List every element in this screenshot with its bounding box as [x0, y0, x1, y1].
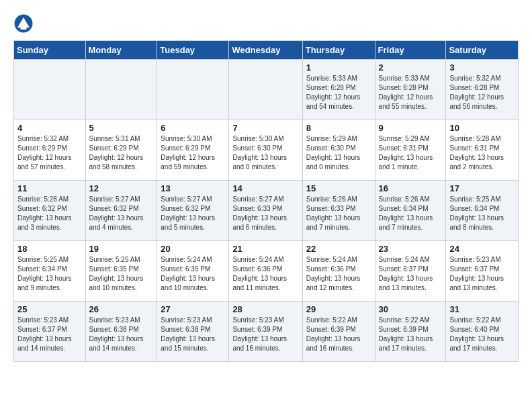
- day-cell: [14, 60, 86, 120]
- day-number: 15: [306, 183, 371, 193]
- day-cell: 25Sunrise: 5:23 AM Sunset: 6:37 PM Dayli…: [14, 302, 86, 362]
- calendar-table: SundayMondayTuesdayWednesdayThursdayFrid…: [13, 40, 519, 362]
- day-cell: 4Sunrise: 5:32 AM Sunset: 6:29 PM Daylig…: [14, 120, 86, 181]
- day-info: Sunrise: 5:22 AM Sunset: 6:39 PM Dayligh…: [306, 316, 371, 353]
- day-cell: 11Sunrise: 5:28 AM Sunset: 6:32 PM Dayli…: [14, 181, 86, 241]
- day-cell: 18Sunrise: 5:25 AM Sunset: 6:34 PM Dayli…: [14, 241, 86, 302]
- day-cell: 10Sunrise: 5:28 AM Sunset: 6:31 PM Dayli…: [446, 120, 519, 181]
- day-cell: 23Sunrise: 5:24 AM Sunset: 6:37 PM Dayli…: [375, 241, 446, 302]
- day-number: 26: [89, 304, 154, 314]
- day-info: Sunrise: 5:22 AM Sunset: 6:40 PM Dayligh…: [449, 316, 515, 353]
- day-number: 8: [306, 123, 371, 133]
- day-info: Sunrise: 5:30 AM Sunset: 6:29 PM Dayligh…: [161, 134, 225, 172]
- day-cell: 8Sunrise: 5:29 AM Sunset: 6:30 PM Daylig…: [302, 120, 375, 181]
- day-info: Sunrise: 5:25 AM Sunset: 6:35 PM Dayligh…: [89, 255, 154, 293]
- day-cell: 28Sunrise: 5:23 AM Sunset: 6:39 PM Dayli…: [229, 302, 302, 362]
- page-header: [13, 13, 519, 34]
- week-row-1: 1Sunrise: 5:33 AM Sunset: 6:28 PM Daylig…: [14, 60, 519, 120]
- day-number: 9: [379, 123, 443, 133]
- day-info: Sunrise: 5:24 AM Sunset: 6:36 PM Dayligh…: [306, 255, 371, 293]
- day-cell: [85, 60, 157, 120]
- logo-icon: [13, 13, 34, 34]
- day-info: Sunrise: 5:23 AM Sunset: 6:37 PM Dayligh…: [17, 316, 82, 353]
- day-info: Sunrise: 5:26 AM Sunset: 6:33 PM Dayligh…: [306, 195, 371, 232]
- day-number: 2: [379, 62, 443, 73]
- day-info: Sunrise: 5:27 AM Sunset: 6:32 PM Dayligh…: [161, 195, 225, 232]
- column-header-saturday: Saturday: [446, 41, 519, 60]
- day-number: 14: [232, 183, 298, 193]
- day-cell: 2Sunrise: 5:33 AM Sunset: 6:28 PM Daylig…: [375, 60, 446, 120]
- day-info: Sunrise: 5:28 AM Sunset: 6:32 PM Dayligh…: [17, 195, 82, 232]
- calendar-body: 1Sunrise: 5:33 AM Sunset: 6:28 PM Daylig…: [14, 60, 519, 362]
- day-number: 23: [379, 244, 443, 254]
- day-number: 31: [449, 304, 515, 314]
- day-number: 4: [17, 123, 82, 133]
- day-cell: 14Sunrise: 5:27 AM Sunset: 6:33 PM Dayli…: [229, 181, 302, 241]
- week-row-5: 25Sunrise: 5:23 AM Sunset: 6:37 PM Dayli…: [14, 302, 519, 362]
- day-number: 6: [161, 123, 225, 133]
- day-number: 3: [449, 62, 515, 73]
- svg-rect-2: [21, 28, 27, 30]
- day-cell: 30Sunrise: 5:22 AM Sunset: 6:39 PM Dayli…: [375, 302, 446, 362]
- day-info: Sunrise: 5:24 AM Sunset: 6:36 PM Dayligh…: [232, 255, 298, 293]
- week-row-3: 11Sunrise: 5:28 AM Sunset: 6:32 PM Dayli…: [14, 181, 519, 241]
- day-cell: 13Sunrise: 5:27 AM Sunset: 6:32 PM Dayli…: [157, 181, 229, 241]
- day-number: 5: [89, 123, 154, 133]
- day-number: 28: [232, 304, 298, 314]
- day-number: 13: [161, 183, 225, 193]
- day-info: Sunrise: 5:23 AM Sunset: 6:37 PM Dayligh…: [449, 255, 515, 293]
- day-info: Sunrise: 5:31 AM Sunset: 6:29 PM Dayligh…: [89, 134, 154, 172]
- day-number: 17: [449, 183, 515, 193]
- day-info: Sunrise: 5:23 AM Sunset: 6:38 PM Dayligh…: [161, 316, 225, 353]
- day-cell: 24Sunrise: 5:23 AM Sunset: 6:37 PM Dayli…: [446, 241, 519, 302]
- day-number: 25: [17, 304, 82, 314]
- day-info: Sunrise: 5:24 AM Sunset: 6:35 PM Dayligh…: [161, 255, 225, 293]
- day-number: 16: [379, 183, 443, 193]
- calendar-header-row: SundayMondayTuesdayWednesdayThursdayFrid…: [14, 41, 519, 60]
- day-info: Sunrise: 5:30 AM Sunset: 6:30 PM Dayligh…: [232, 134, 298, 172]
- day-number: 19: [89, 244, 154, 254]
- week-row-4: 18Sunrise: 5:25 AM Sunset: 6:34 PM Dayli…: [14, 241, 519, 302]
- day-number: 1: [306, 62, 371, 73]
- day-info: Sunrise: 5:29 AM Sunset: 6:30 PM Dayligh…: [306, 134, 371, 172]
- day-cell: 12Sunrise: 5:27 AM Sunset: 6:32 PM Dayli…: [85, 181, 157, 241]
- column-header-monday: Monday: [85, 41, 157, 60]
- day-info: Sunrise: 5:25 AM Sunset: 6:34 PM Dayligh…: [17, 255, 82, 293]
- day-cell: 31Sunrise: 5:22 AM Sunset: 6:40 PM Dayli…: [446, 302, 519, 362]
- day-cell: 7Sunrise: 5:30 AM Sunset: 6:30 PM Daylig…: [229, 120, 302, 181]
- day-number: 12: [89, 183, 154, 193]
- column-header-friday: Friday: [375, 41, 446, 60]
- day-cell: 22Sunrise: 5:24 AM Sunset: 6:36 PM Dayli…: [302, 241, 375, 302]
- day-cell: 27Sunrise: 5:23 AM Sunset: 6:38 PM Dayli…: [157, 302, 229, 362]
- day-cell: 15Sunrise: 5:26 AM Sunset: 6:33 PM Dayli…: [302, 181, 375, 241]
- week-row-2: 4Sunrise: 5:32 AM Sunset: 6:29 PM Daylig…: [14, 120, 519, 181]
- day-info: Sunrise: 5:23 AM Sunset: 6:38 PM Dayligh…: [89, 316, 154, 353]
- day-info: Sunrise: 5:33 AM Sunset: 6:28 PM Dayligh…: [306, 74, 371, 111]
- day-cell: 3Sunrise: 5:32 AM Sunset: 6:28 PM Daylig…: [446, 60, 519, 120]
- day-number: 7: [232, 123, 298, 133]
- day-cell: 6Sunrise: 5:30 AM Sunset: 6:29 PM Daylig…: [157, 120, 229, 181]
- day-info: Sunrise: 5:29 AM Sunset: 6:31 PM Dayligh…: [379, 134, 443, 172]
- day-cell: 5Sunrise: 5:31 AM Sunset: 6:29 PM Daylig…: [85, 120, 157, 181]
- day-number: 22: [306, 244, 371, 254]
- day-info: Sunrise: 5:25 AM Sunset: 6:34 PM Dayligh…: [449, 195, 515, 232]
- day-info: Sunrise: 5:24 AM Sunset: 6:37 PM Dayligh…: [379, 255, 443, 293]
- day-info: Sunrise: 5:28 AM Sunset: 6:31 PM Dayligh…: [449, 134, 515, 172]
- column-header-sunday: Sunday: [14, 41, 86, 60]
- day-info: Sunrise: 5:27 AM Sunset: 6:33 PM Dayligh…: [232, 195, 298, 232]
- day-info: Sunrise: 5:32 AM Sunset: 6:29 PM Dayligh…: [17, 134, 82, 172]
- day-cell: 26Sunrise: 5:23 AM Sunset: 6:38 PM Dayli…: [85, 302, 157, 362]
- logo: [13, 13, 36, 34]
- day-number: 27: [161, 304, 225, 314]
- day-cell: [229, 60, 302, 120]
- day-info: Sunrise: 5:22 AM Sunset: 6:39 PM Dayligh…: [379, 316, 443, 353]
- day-cell: 29Sunrise: 5:22 AM Sunset: 6:39 PM Dayli…: [302, 302, 375, 362]
- day-cell: 9Sunrise: 5:29 AM Sunset: 6:31 PM Daylig…: [375, 120, 446, 181]
- day-number: 11: [17, 183, 82, 193]
- day-info: Sunrise: 5:27 AM Sunset: 6:32 PM Dayligh…: [89, 195, 154, 232]
- day-number: 21: [232, 244, 298, 254]
- day-cell: 16Sunrise: 5:26 AM Sunset: 6:34 PM Dayli…: [375, 181, 446, 241]
- day-number: 24: [449, 244, 515, 254]
- day-number: 29: [306, 304, 371, 314]
- day-cell: 19Sunrise: 5:25 AM Sunset: 6:35 PM Dayli…: [85, 241, 157, 302]
